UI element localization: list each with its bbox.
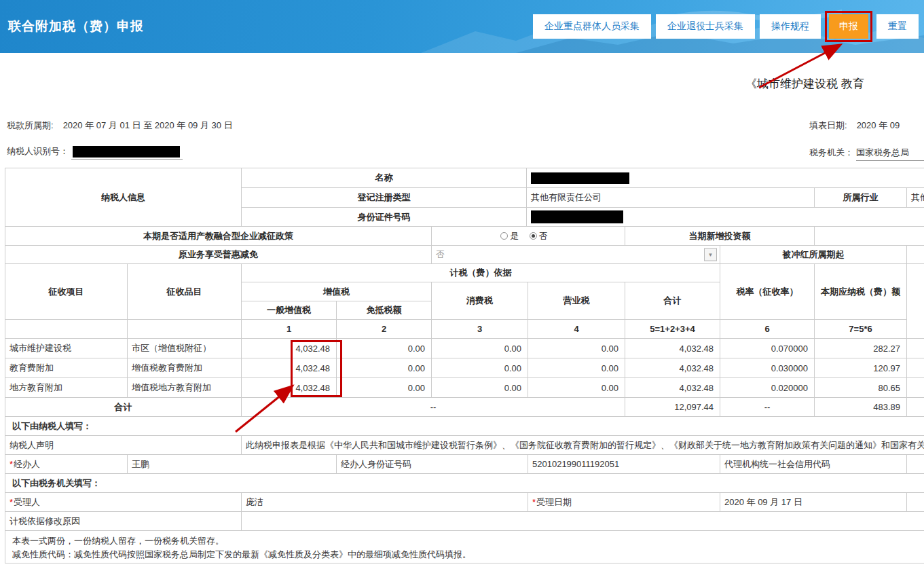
- row-business: 0.00: [528, 378, 625, 398]
- taxpayer-id-row: 纳税人识别号：: [7, 145, 183, 160]
- dropdown-arrow-icon[interactable]: ▼: [704, 248, 717, 261]
- reg-type-label: 登记注册类型: [242, 188, 527, 208]
- total-rate-dash: --: [720, 398, 815, 417]
- statement-text: 此纳税申报表是根据《中华人民共和国城市维护建设税暂行条例》、《国务院征收教育费附…: [242, 436, 924, 455]
- index-5: 5=1+2+3+4: [625, 320, 720, 339]
- row-consumption: 0.00: [432, 358, 528, 378]
- agency-code-label: 代理机构统一社会信用代码: [720, 455, 907, 474]
- table-row: 教育费附加 增值税教育费附加 4,032.48 0.00 0.00 0.00 4…: [5, 358, 924, 378]
- page-title: 联合附加税（费）申报: [8, 18, 144, 35]
- col-vat-exempt-header: 免抵税额: [337, 301, 432, 320]
- required-mark: *: [532, 497, 536, 507]
- radio-yes-circle-icon: [500, 232, 508, 240]
- footer-notes: 本表一式两份，一份纳税人留存，一份税务机关留存。 减免性质代码：减免性质代码按照…: [5, 530, 924, 563]
- flush-period-value: [907, 246, 924, 264]
- row-vat-exempt: 0.00: [337, 339, 432, 358]
- tax-authority-label: 税务机关：: [809, 147, 853, 158]
- policy-table: 本期是否适用产教融合型企业减征政策 是 否 当期新增投资额 原业务享受普惠减免 …: [5, 226, 924, 264]
- tax-authority-row: 税务机关：国家税务总局: [809, 147, 924, 161]
- radio-yes-label: 是: [510, 231, 519, 241]
- row-sum: 4,032.48: [625, 358, 720, 378]
- id-card-label: 身份证件号码: [242, 208, 527, 227]
- taxpayer-fill-section-title: 以下由纳税人填写：: [5, 417, 924, 436]
- taxpayer-info-group-label: 纳税人信息: [5, 168, 242, 227]
- document-title: 《城市维护建设税 教育: [745, 76, 864, 92]
- taxpayer-id-label: 纳税人识别号：: [7, 146, 69, 156]
- modify-reason-label: 计税依据修改原因: [5, 512, 242, 531]
- row-vat-exempt: 0.00: [337, 358, 432, 378]
- acceptor-label: *受理人: [5, 493, 242, 512]
- required-mark: *: [10, 459, 13, 469]
- row-item: 增值税教育费附加: [128, 358, 242, 378]
- authority-fill-section-title: 以下由税务机关填写：: [5, 474, 924, 493]
- acceptor-value[interactable]: 庞洁: [242, 493, 528, 512]
- row-vat-general: 4,032.48: [242, 378, 337, 398]
- row-item: 市区（增值税附征）: [128, 339, 242, 358]
- row-rate: 0.030000: [720, 358, 815, 378]
- row-project: 教育费附加: [5, 358, 128, 378]
- col-sum-header: 合计: [625, 282, 720, 320]
- reg-type-value: 其他有限责任公司: [527, 188, 815, 208]
- radio-no[interactable]: 否: [530, 231, 548, 241]
- fill-date-row: 填表日期:2020 年 09: [809, 119, 900, 132]
- total-sum: 12,097.44: [625, 398, 720, 417]
- industry-value: 其他: [907, 188, 924, 208]
- col-business-header: 营业税: [528, 282, 625, 320]
- index-3: 3: [432, 320, 528, 339]
- row-item: 增值税地方教育附加: [128, 378, 242, 398]
- total-label: 合计: [5, 398, 242, 417]
- tax-declaration-page: 联合附加税（费）申报 企业重点群体人员采集 企业退役士兵采集 操作规程 申报 重…: [0, 0, 924, 573]
- fill-sections-table: 以下由纳税人填写： 纳税人声明 此纳税申报表是根据《中华人民共和国城市维护建设税…: [5, 416, 924, 531]
- relief-select[interactable]: 否 ▼: [432, 246, 720, 264]
- accept-date-value[interactable]: 2020 年 09 月 17 日: [720, 493, 907, 512]
- total-payable: 483.89: [815, 398, 907, 417]
- row-project: 城市维护建设税: [5, 339, 128, 358]
- table-row: 城市维护建设税 市区（增值税附征） 4,032.48 0.00 0.00 0.0…: [5, 339, 924, 358]
- index-4: 4: [528, 320, 625, 339]
- name-value-redacted: [527, 168, 924, 188]
- btn-enterprise-key-groups[interactable]: 企业重点群体人员采集: [533, 14, 651, 39]
- industry-label: 所属行业: [815, 188, 907, 208]
- table-row: 地方教育附加 增值税地方教育附加 4,032.48 0.00 0.00 0.00…: [5, 378, 924, 398]
- row-business: 0.00: [528, 339, 625, 358]
- header-bar: 联合附加税（费）申报 企业重点群体人员采集 企业退役士兵采集 操作规程 申报 重…: [0, 0, 924, 53]
- col-rate-header: 税率（征收率）: [720, 264, 815, 320]
- radio-no-circle-icon: [530, 232, 537, 240]
- declare-button[interactable]: 申报: [829, 14, 868, 39]
- agent-id-value[interactable]: 520102199011192051: [528, 455, 720, 474]
- row-payable: 80.65: [815, 378, 907, 398]
- fill-date-value: 2020 年 09: [857, 120, 900, 130]
- total-row: 合计 -- 12,097.44 -- 483.89: [5, 398, 924, 417]
- btn-operation-guide[interactable]: 操作规程: [760, 14, 821, 39]
- tax-period-label: 税款所属期:: [7, 120, 54, 130]
- declare-button-label: 申报: [839, 20, 858, 31]
- id-card-value-redacted: [527, 208, 924, 227]
- name-label: 名称: [242, 168, 527, 188]
- col-item-header: 征收品目: [128, 264, 242, 320]
- btn-enterprise-veterans[interactable]: 企业退役士兵采集: [656, 14, 755, 39]
- tax-period-row: 税款所属期:2020 年 07 月 01 日 至 2020 年 09 月 30 …: [7, 119, 233, 132]
- radio-yes[interactable]: 是: [500, 231, 519, 241]
- col-vat-header: 增值税: [242, 282, 432, 301]
- col-payable-header: 本期应纳税（费）额: [815, 264, 907, 320]
- modify-reason-value[interactable]: [242, 512, 924, 531]
- fill-date-label: 填表日期:: [809, 120, 847, 130]
- fusion-policy-radio-group: 是 否: [432, 227, 625, 246]
- row-sum: 4,032.48: [625, 378, 720, 398]
- radio-no-label: 否: [539, 231, 548, 241]
- new-invest-label: 当期新增投资额: [625, 227, 815, 246]
- row-vat-general: 4,032.48: [242, 339, 337, 358]
- index-6: 6: [720, 320, 815, 339]
- required-mark: *: [10, 497, 13, 507]
- tax-authority-value: 国家税务总局: [856, 147, 924, 161]
- row-business: 0.00: [528, 358, 625, 378]
- relief-select-value: 否: [436, 249, 445, 259]
- total-basis-dash: --: [242, 398, 625, 417]
- flush-period-label: 被冲红所属期起: [720, 246, 907, 264]
- fusion-policy-label: 本期是否适用产教融合型企业减征政策: [5, 227, 432, 246]
- tax-calculation-table: 征收项目 征收品目 计税（费）依据 税率（征收率） 本期应纳税（费）额 增值税 …: [5, 263, 924, 417]
- agent-value[interactable]: 王鹏: [128, 455, 337, 474]
- accept-date-label: *受理日期: [528, 493, 720, 512]
- reset-button[interactable]: 重置: [876, 14, 919, 39]
- statement-label: 纳税人声明: [5, 436, 242, 455]
